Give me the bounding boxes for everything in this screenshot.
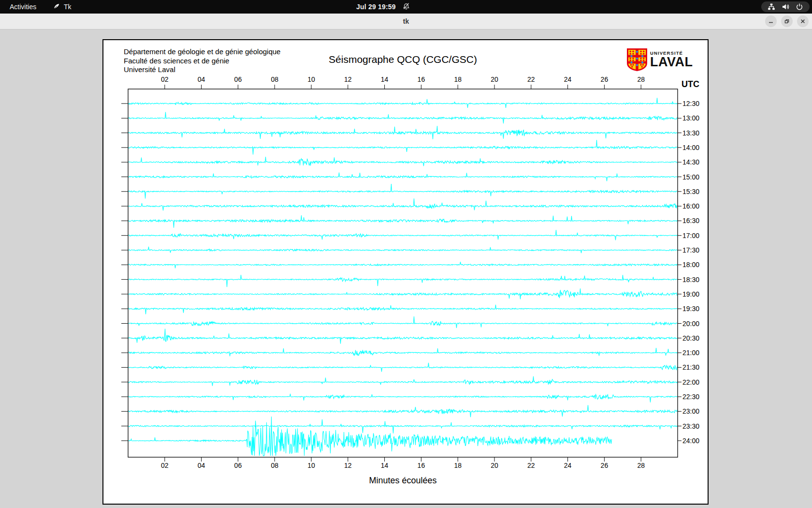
x-tick-label-bottom: 12 — [344, 462, 352, 469]
tk-window-body: Département de géologie et de génie géol… — [0, 30, 812, 508]
utc-row-label: 17:00 — [682, 232, 699, 239]
x-tick-label-top: 16 — [418, 75, 425, 83]
x-axis-title: Minutes écoulées — [128, 476, 678, 486]
seismic-trace — [129, 348, 678, 356]
seismic-trace — [129, 184, 678, 198]
seismic-trace — [129, 417, 612, 456]
close-button[interactable] — [797, 15, 809, 27]
seismograph-plot: 0202040406060808101012121414161618182020… — [103, 40, 708, 504]
x-tick-label-top: 24 — [564, 75, 572, 83]
utc-row-label: 17:30 — [682, 246, 699, 254]
maximize-button[interactable] — [781, 15, 793, 27]
seismic-trace — [129, 405, 678, 417]
clock: Jul 29 19:59 — [356, 3, 396, 11]
x-tick-label-bottom: 04 — [198, 462, 205, 469]
x-tick-label-top: 20 — [491, 75, 498, 83]
x-tick-label-top: 14 — [381, 75, 389, 83]
seismic-trace — [129, 363, 678, 372]
utc-row-label: 22:00 — [682, 378, 699, 386]
seismograph-canvas: Département de géologie et de génie géol… — [102, 39, 709, 505]
utc-row-label: 13:00 — [682, 114, 699, 122]
x-tick-label-top: 28 — [637, 75, 645, 83]
clock-group[interactable]: Jul 29 19:59 — [356, 0, 410, 14]
x-tick-label-top: 22 — [527, 75, 535, 83]
seismic-trace — [129, 316, 678, 328]
x-tick-label-bottom: 18 — [454, 462, 462, 469]
x-tick-label-bottom: 06 — [234, 462, 242, 469]
x-tick-label-bottom: 14 — [381, 462, 389, 469]
x-tick-label-bottom: 24 — [564, 462, 572, 469]
seismic-trace — [129, 98, 678, 108]
x-tick-label-top: 10 — [307, 75, 315, 83]
x-tick-label-bottom: 26 — [601, 462, 609, 469]
seismic-trace — [129, 126, 678, 139]
utc-row-label: 14:00 — [682, 144, 699, 151]
utc-row-label: 15:30 — [682, 188, 699, 195]
network-wired-icon — [768, 3, 775, 11]
utc-row-label: 12:30 — [682, 100, 699, 107]
utc-row-label: 19:30 — [682, 305, 699, 313]
x-tick-label-bottom: 02 — [161, 462, 169, 469]
seismic-trace — [129, 215, 678, 228]
seismic-trace — [129, 275, 678, 287]
activities-button[interactable]: Activities — [5, 0, 41, 14]
utc-row-label: 16:00 — [682, 202, 699, 210]
x-tick-label-top: 18 — [454, 75, 462, 83]
system-status-area[interactable] — [761, 1, 810, 12]
seismic-trace — [129, 140, 678, 154]
utc-row-label: 13:30 — [682, 129, 699, 137]
power-icon — [796, 3, 803, 11]
x-tick-label-top: 26 — [601, 75, 609, 83]
desktop: { "top_bar": { "activities_label": "Acti… — [0, 0, 812, 508]
seismic-trace — [129, 247, 678, 253]
x-tick-label-top: 08 — [271, 75, 278, 83]
utc-row-label: 16:30 — [682, 217, 699, 224]
seismic-trace — [129, 157, 678, 166]
gnome-top-bar: Activities Tk Jul 29 19:59 — [0, 0, 812, 14]
x-tick-label-top: 12 — [344, 75, 352, 83]
utc-row-label: 20:30 — [682, 334, 699, 342]
x-tick-label-bottom: 28 — [637, 462, 645, 469]
seismic-trace — [129, 376, 678, 386]
utc-row-label: 22:30 — [682, 393, 699, 401]
app-indicator-label: Tk — [64, 3, 72, 11]
x-tick-label-bottom: 10 — [307, 462, 315, 469]
seismic-trace — [129, 173, 678, 181]
bell-muted-icon — [403, 2, 410, 11]
seismic-trace — [129, 394, 678, 403]
utc-row-label: 20:00 — [682, 320, 699, 328]
seismic-trace — [129, 419, 678, 433]
utc-row-label: 23:00 — [682, 407, 699, 415]
utc-row-label: 19:00 — [682, 290, 699, 298]
seismic-trace — [129, 262, 678, 268]
x-tick-label-bottom: 16 — [418, 462, 425, 469]
x-tick-label-bottom: 08 — [271, 462, 278, 469]
utc-row-label: 23:30 — [682, 422, 699, 430]
volume-icon — [782, 3, 789, 11]
x-tick-label-bottom: 22 — [527, 462, 535, 469]
seismic-trace — [129, 112, 678, 124]
seismic-trace — [129, 305, 678, 314]
utc-row-label: 24:00 — [682, 437, 699, 445]
utc-row-label: 14:30 — [682, 158, 699, 166]
utc-row-label: 18:00 — [682, 261, 699, 269]
x-tick-label-top: 02 — [161, 75, 169, 83]
window-titlebar[interactable]: tk — [0, 14, 812, 30]
x-tick-label-top: 06 — [234, 75, 242, 83]
x-tick-label-top: 04 — [198, 75, 205, 83]
minimize-button[interactable] — [765, 15, 777, 27]
utc-row-label: 18:30 — [682, 276, 699, 284]
seismic-trace — [129, 288, 678, 299]
seismic-trace — [129, 329, 678, 344]
utc-row-label: 21:30 — [682, 363, 699, 371]
window-controls — [765, 15, 809, 27]
window-title: tk — [0, 14, 812, 29]
app-indicator[interactable]: Tk — [50, 0, 74, 14]
utc-row-label: 21:00 — [682, 349, 699, 357]
plot-frame — [128, 89, 678, 457]
utc-corner-label: UTC — [682, 79, 699, 89]
seismic-trace — [129, 230, 678, 240]
utc-row-label: 15:00 — [682, 173, 699, 181]
tk-feather-icon — [53, 2, 60, 12]
x-tick-label-bottom: 20 — [491, 462, 498, 469]
